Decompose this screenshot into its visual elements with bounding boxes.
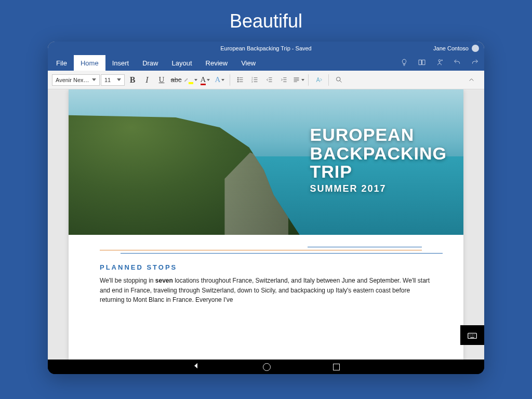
document-title: European Backpacking Trip - Saved — [220, 45, 312, 51]
document-page: EUROPEAN BACKPACKING TRIP SUMMER 2017 PL… — [69, 89, 463, 360]
back-icon[interactable] — [192, 362, 201, 372]
avatar — [472, 45, 479, 52]
styles-button[interactable] — [312, 73, 325, 87]
redo-icon[interactable] — [471, 58, 479, 68]
ribbon-toolbar: Avenir Nex… 11 B I U abc A A 123 — [48, 71, 484, 89]
svg-point-2 — [237, 79, 238, 81]
hero-title-block: EUROPEAN BACKPACKING TRIP SUMMER 2017 — [310, 126, 447, 194]
tab-file[interactable]: File — [48, 55, 74, 71]
tab-layout[interactable]: Layout — [165, 55, 199, 71]
font-name-selector[interactable]: Avenir Nex… — [52, 74, 100, 86]
bold-button[interactable]: B — [126, 73, 139, 87]
share-icon[interactable] — [435, 58, 444, 68]
svg-point-1 — [237, 77, 238, 78]
section-heading: PLANNED STOPS — [100, 262, 432, 273]
highlight-button[interactable] — [184, 73, 197, 87]
tab-draw[interactable]: Draw — [136, 55, 165, 71]
separator — [308, 74, 309, 86]
document-body[interactable]: PLANNED STOPS We'll be stopping in seven… — [69, 259, 463, 310]
font-color-button[interactable]: A — [198, 73, 212, 87]
svg-point-3 — [237, 81, 238, 82]
svg-point-7 — [336, 77, 340, 82]
tab-review[interactable]: Review — [199, 55, 235, 71]
title-bar: European Backpacking Trip - Saved Jane C… — [48, 42, 484, 55]
numbering-button[interactable]: 123 — [248, 73, 261, 87]
hero-line3: TRIP — [310, 163, 447, 181]
collapse-ribbon-button[interactable] — [464, 73, 478, 87]
undo-icon[interactable] — [453, 58, 461, 68]
bullets-button[interactable] — [233, 73, 247, 87]
lightbulb-icon[interactable] — [400, 58, 408, 68]
search-button[interactable] — [332, 73, 345, 87]
font-size-value: 11 — [104, 77, 111, 83]
hero-line2: BACKPACKING — [310, 144, 447, 163]
account-area[interactable]: Jane Contoso — [433, 45, 479, 52]
accent-rules — [69, 235, 463, 259]
word-app: European Backpacking Trip - Saved Jane C… — [48, 42, 484, 360]
body-paragraph: We'll be stopping in seven locations thr… — [100, 276, 432, 305]
hero-line1: EUROPEAN — [310, 126, 447, 144]
decrease-indent-button[interactable] — [262, 73, 276, 87]
separator — [230, 74, 230, 86]
tab-view[interactable]: View — [234, 55, 262, 71]
android-navbar — [48, 360, 484, 374]
promo-headline: Beautiful — [230, 10, 302, 32]
user-name: Jane Contoso — [433, 45, 469, 51]
paragraph-button[interactable] — [291, 73, 305, 87]
ribbon-tabs: File Home Insert Draw Layout Review View — [48, 55, 484, 71]
separator — [328, 74, 329, 86]
hero-image: EUROPEAN BACKPACKING TRIP SUMMER 2017 — [69, 89, 463, 235]
strikethrough-button[interactable]: abc — [169, 73, 183, 87]
keyboard-toggle-button[interactable] — [460, 325, 484, 345]
italic-button[interactable]: I — [140, 73, 154, 87]
home-icon[interactable] — [263, 363, 271, 371]
underline-button[interactable]: U — [155, 73, 168, 87]
font-name-value: Avenir Nex… — [56, 77, 89, 83]
recents-icon[interactable] — [333, 364, 340, 370]
increase-indent-button[interactable] — [277, 73, 290, 87]
font-effects-button[interactable]: A — [213, 73, 227, 87]
tab-insert[interactable]: Insert — [105, 55, 136, 71]
document-canvas[interactable]: EUROPEAN BACKPACKING TRIP SUMMER 2017 PL… — [48, 89, 484, 360]
svg-point-0 — [438, 59, 441, 61]
reading-view-icon[interactable] — [418, 58, 426, 68]
tab-home[interactable]: Home — [74, 55, 105, 71]
svg-text:3: 3 — [251, 81, 252, 83]
hero-subtitle: SUMMER 2017 — [310, 183, 447, 194]
font-size-selector[interactable]: 11 — [101, 74, 125, 86]
tablet-frame: European Backpacking Trip - Saved Jane C… — [48, 42, 484, 374]
